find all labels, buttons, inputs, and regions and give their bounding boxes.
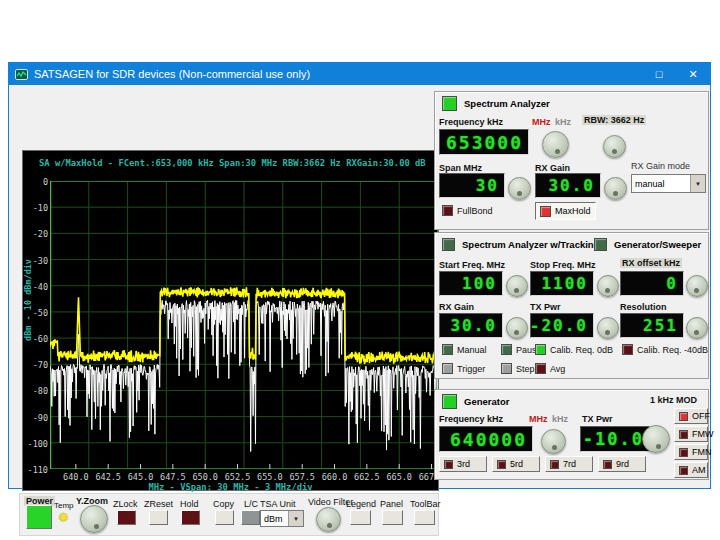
- gen-frequency-label: Frequency kHz: [439, 414, 503, 424]
- rx-gain-mode-label: RX Gain mode: [631, 161, 690, 171]
- harmonic-7rd-led-icon: [550, 460, 559, 469]
- harmonic-5rd-button[interactable]: 5rd: [492, 456, 540, 472]
- tsa-unit-select[interactable]: dBm ▼: [260, 510, 304, 527]
- mod-off-label: OFF: [692, 411, 710, 421]
- rx-gain-knob[interactable]: [604, 177, 627, 200]
- tracking-rx-gain-knob[interactable]: [506, 317, 528, 339]
- y-tick-label: -30: [33, 256, 48, 266]
- manual-toggle[interactable]: Manual: [442, 344, 487, 355]
- rbw-knob[interactable]: [603, 135, 626, 158]
- close-button[interactable]: ✕: [676, 63, 710, 85]
- calib-40db-label: Calib. Req. -40dB: [637, 345, 708, 355]
- spectrum-analyzer-toggle[interactable]: Spectrum Analyzer: [442, 96, 550, 111]
- gen-unit-mhz-toggle[interactable]: MHz: [529, 414, 548, 424]
- sweeper-toggle[interactable]: Generator/Sweeper: [594, 238, 701, 251]
- lc-button[interactable]: [241, 510, 260, 525]
- mod-am-button[interactable]: AM: [674, 462, 708, 478]
- rx-gain-mode-value: manual: [632, 179, 690, 189]
- tracking-toggle[interactable]: Spectrum Analyzer w/Tracking: [442, 238, 599, 251]
- tsa-unit-value: dBm: [261, 514, 288, 524]
- harmonic-7rd-button[interactable]: 7rd: [545, 456, 593, 472]
- generator-toggle[interactable]: Generator: [442, 394, 509, 409]
- tracking-group: Spectrum Analyzer w/Tracking Generator/S…: [434, 232, 709, 379]
- tracking-title: Spectrum Analyzer w/Tracking: [462, 239, 599, 250]
- harmonic-9rd-led-icon: [603, 460, 612, 469]
- video-filter-knob[interactable]: [316, 507, 341, 532]
- zlock-button[interactable]: [117, 510, 136, 525]
- harmonic-9rd-button[interactable]: 9rd: [598, 456, 646, 472]
- harmonic-3rd-led-icon: [444, 460, 453, 469]
- pause-led-icon: [501, 344, 512, 355]
- generator-group: Generator 1 kHz MOD Frequency kHz MHz kH…: [434, 389, 709, 480]
- copy-button[interactable]: [215, 510, 234, 525]
- trigger-toggle[interactable]: Trigger: [442, 363, 485, 374]
- generator-title: Generator: [464, 396, 509, 407]
- temp-indicator-icon: ✹: [58, 511, 69, 524]
- panel-button[interactable]: [382, 510, 403, 525]
- harmonic-3rd-button[interactable]: 3rd: [439, 456, 487, 472]
- fullband-toggle[interactable]: FullBond: [442, 205, 493, 216]
- power-button[interactable]: [26, 505, 52, 529]
- mod-fmn-label: FMN: [692, 447, 712, 457]
- x-tick-label: 657.5: [287, 472, 317, 482]
- spectrum-analyzer-group: Spectrum Analyzer Frequency kHz MHz kHz …: [434, 91, 709, 230]
- mod-fmw-led-icon: [679, 430, 688, 439]
- spectrum-plot[interactable]: [50, 181, 438, 469]
- unit-mhz-toggle[interactable]: MHz: [532, 117, 551, 127]
- tracking-rx-gain-display: 30.0: [439, 313, 503, 338]
- yzoom-knob[interactable]: [80, 505, 108, 533]
- legend-button[interactable]: [350, 510, 371, 525]
- hold-label: Hold: [180, 499, 199, 509]
- toolbar-button[interactable]: [414, 510, 435, 525]
- panel-label: Panel: [380, 499, 403, 509]
- screen: SATSAGEN for SDR devices (Non-commercial…: [0, 0, 720, 540]
- maximize-button[interactable]: □: [642, 63, 676, 85]
- y-tick-label: 0: [43, 177, 48, 187]
- y-tick-label: -90: [33, 413, 48, 423]
- title-bar[interactable]: SATSAGEN for SDR devices (Non-commercial…: [9, 63, 710, 85]
- calib-40db-led-icon: [622, 344, 633, 355]
- gen-frequency-knob[interactable]: [541, 429, 566, 454]
- x-tick-label: 642.5: [93, 472, 123, 482]
- rbw-label: RBW: 3662 Hz: [582, 115, 646, 125]
- mod-fmn-button[interactable]: FMN: [674, 444, 708, 460]
- frequency-knob[interactable]: [542, 131, 569, 158]
- y-tick-label: -100: [28, 439, 48, 449]
- zreset-button[interactable]: [149, 510, 168, 525]
- rx-gain-mode-select[interactable]: manual ▼: [631, 174, 706, 193]
- spectrum-display-panel: SA w/MaxHold - FCent.:653,000 kHz Span:3…: [22, 150, 439, 491]
- gen-tx-pwr-knob[interactable]: [642, 425, 670, 453]
- step-toggle[interactable]: Step: [501, 363, 535, 374]
- dropdown-arrow-icon: ▼: [288, 511, 303, 526]
- tracking-tx-pwr-knob[interactable]: [597, 317, 619, 339]
- resolution-knob[interactable]: [686, 317, 708, 339]
- avg-led-icon: [535, 363, 546, 374]
- mod-am-label: AM: [692, 465, 706, 475]
- sweeper-title: Generator/Sweeper: [614, 239, 701, 250]
- calib-0db-toggle[interactable]: Calib. Req. 0dB: [535, 344, 613, 355]
- start-freq-knob[interactable]: [506, 275, 528, 297]
- mod-off-button[interactable]: OFF: [674, 408, 708, 424]
- x-tick-label: 655.0: [255, 472, 285, 482]
- calib-0db-label: Calib. Req. 0dB: [550, 345, 613, 355]
- span-knob[interactable]: [508, 177, 531, 200]
- avg-label: Avg: [550, 364, 565, 374]
- x-tick-label: 665.0: [384, 472, 414, 482]
- gen-unit-khz-toggle[interactable]: kHz: [552, 414, 568, 424]
- rx-offset-knob[interactable]: [686, 275, 708, 297]
- stop-freq-knob[interactable]: [597, 275, 619, 297]
- calib-40db-toggle[interactable]: Calib. Req. -40dB: [622, 344, 708, 355]
- gen-frequency-display: 640000: [439, 426, 533, 452]
- tracking-rx-gain-label: RX Gain: [439, 302, 474, 312]
- y-tick-label: -10: [33, 203, 48, 213]
- start-freq-label: Start Freq. MHz: [439, 260, 505, 270]
- maxhold-toggle[interactable]: MaxHold: [535, 202, 596, 220]
- mod-fmw-button[interactable]: FMW: [674, 426, 708, 442]
- hold-button[interactable]: [181, 510, 200, 525]
- harmonic-5rd-label: 5rd: [510, 459, 523, 469]
- step-led-icon: [501, 363, 512, 374]
- unit-khz-toggle[interactable]: kHz: [555, 117, 571, 127]
- avg-toggle[interactable]: Avg: [535, 363, 565, 374]
- span-label: Span MHz: [439, 163, 482, 173]
- harmonic-9rd-label: 9rd: [616, 459, 629, 469]
